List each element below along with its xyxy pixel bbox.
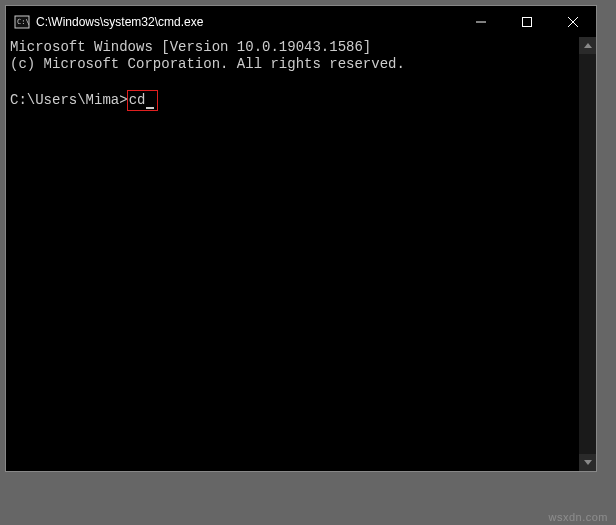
- close-button[interactable]: [550, 6, 596, 37]
- svg-marker-6: [584, 43, 592, 48]
- scroll-up-button[interactable]: [579, 37, 596, 54]
- terminal-line: Microsoft Windows [Version 10.0.19043.15…: [10, 39, 575, 56]
- cmd-icon: C:\: [14, 14, 30, 30]
- titlebar[interactable]: C:\ C:\Windows\system32\cmd.exe: [6, 6, 596, 37]
- terminal-line: (c) Microsoft Corporation. All rights re…: [10, 56, 575, 73]
- prompt-text: C:\Users\Mima>: [10, 92, 128, 108]
- maximize-button[interactable]: [504, 6, 550, 37]
- window-controls: [458, 6, 596, 37]
- terminal-line: [10, 73, 575, 90]
- scroll-down-button[interactable]: [579, 454, 596, 471]
- command-text: cd: [129, 92, 146, 108]
- scrollbar[interactable]: [579, 37, 596, 471]
- terminal-content: Microsoft Windows [Version 10.0.19043.15…: [10, 39, 575, 111]
- window-title: C:\Windows\system32\cmd.exe: [36, 15, 458, 29]
- cursor: [146, 107, 154, 109]
- svg-marker-7: [584, 460, 592, 465]
- svg-rect-3: [523, 17, 532, 26]
- terminal-body[interactable]: Microsoft Windows [Version 10.0.19043.15…: [6, 37, 596, 471]
- watermark: wsxdn.com: [548, 511, 608, 523]
- scrollbar-track[interactable]: [579, 54, 596, 454]
- command-highlight: cd: [127, 90, 159, 111]
- cmd-window: C:\ C:\Windows\system32\cmd.exe Microsof…: [5, 5, 597, 472]
- svg-text:C:\: C:\: [17, 18, 30, 26]
- minimize-button[interactable]: [458, 6, 504, 37]
- terminal-prompt-line: C:\Users\Mima>cd: [10, 90, 575, 111]
